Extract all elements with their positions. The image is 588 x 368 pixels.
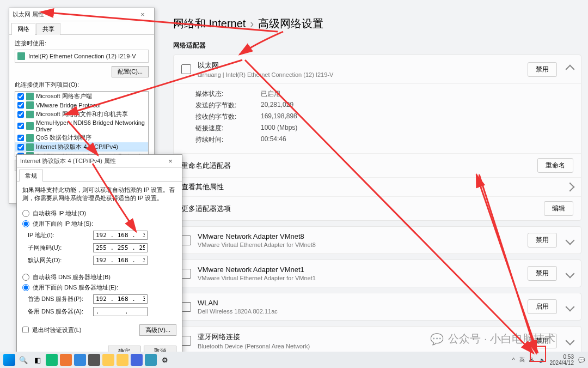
app-icon[interactable] <box>74 354 86 366</box>
ime-icon[interactable]: 英 <box>519 356 525 364</box>
dns1-input[interactable] <box>93 294 148 304</box>
chevron-down-icon <box>566 269 575 278</box>
dialog-title: Internet 协议版本 4 (TCP/IPv4) 属性 <box>20 157 116 165</box>
proto-icon <box>26 93 34 100</box>
notification-icon[interactable]: 💬 <box>578 357 585 363</box>
chevron-down-icon <box>566 236 575 245</box>
tray-chevron-icon[interactable]: ^ <box>512 357 515 363</box>
ip-address-input[interactable] <box>93 231 148 240</box>
gateway-input[interactable] <box>93 256 148 265</box>
adapter-sub: airhuang | Intel(R) Ethernet Connection … <box>198 71 521 78</box>
close-icon[interactable]: × <box>162 157 179 165</box>
ethernet-details: 媒体状态:已启用 发送的字节数:20,281,029 接收的字节数:169,19… <box>174 83 581 153</box>
taskbar: 🔍 ◧ ⚙ ^ 英 🖧 🔈 0:53 2024/4/12 💬 <box>0 352 588 368</box>
breadcrumb-a[interactable]: 网络和 Internet <box>173 16 246 31</box>
proto-icon <box>26 134 34 142</box>
ipv4-properties-dialog: Internet 协议版本 4 (TCP/IPv4) 属性× 常规 如果网络支持… <box>16 154 182 361</box>
adapter-name: 以太网 <box>198 61 521 70</box>
bluetooth-icon <box>181 336 191 346</box>
subnet-mask-input[interactable] <box>93 243 148 252</box>
settings-panel: 网络和 Internet › 高级网络设置 网络适配器 以太网 airhuang… <box>173 16 581 368</box>
taskview-icon[interactable]: ◧ <box>32 354 44 366</box>
chevron-down-icon <box>566 336 575 346</box>
disable-button[interactable]: 禁用 <box>528 266 557 281</box>
tab-sharing[interactable]: 共享 <box>36 23 60 35</box>
card-head[interactable]: 以太网 airhuang | Intel(R) Ethernet Connect… <box>174 55 581 83</box>
rename-row: 重命名此适配器 重命名 <box>174 153 581 177</box>
tab-general[interactable]: 常规 <box>19 170 43 182</box>
radio-manual-dns[interactable] <box>22 284 29 291</box>
disable-button[interactable]: 禁用 <box>528 62 557 77</box>
radio-auto-ip[interactable] <box>22 210 29 217</box>
dns2-input[interactable] <box>93 307 148 316</box>
adapter-card: WLANDell Wireless 1820A 802.11ac启用 <box>173 293 581 321</box>
adapter-card: VMware Network Adapter VMnet8VMware Virt… <box>173 226 581 254</box>
volume-tray-icon[interactable]: 🔈 <box>539 357 546 363</box>
validate-checkbox[interactable] <box>22 327 29 333</box>
edge-icon[interactable] <box>46 354 58 366</box>
system-tray[interactable]: ^ 英 🖧 🔈 0:53 2024/4/12 💬 <box>512 354 585 366</box>
nic-icon <box>17 52 25 60</box>
network-tray-icon[interactable]: 🖧 <box>529 357 535 363</box>
proto-icon <box>26 122 34 130</box>
clock-date: 2024/4/12 <box>550 360 574 366</box>
proto-icon <box>26 111 34 118</box>
app-icon[interactable] <box>60 354 72 366</box>
advanced-button[interactable]: 高级(V)... <box>139 324 176 336</box>
settings-icon[interactable]: ⚙ <box>159 354 171 366</box>
breadcrumb: 网络和 Internet › 高级网络设置 <box>173 16 581 31</box>
adapter-card: VMware Network Adapter VMnet1VMware Virt… <box>173 260 581 287</box>
app-icon[interactable] <box>131 354 143 366</box>
more-options-row: 更多适配器选项 编辑 <box>174 196 581 220</box>
configure-button[interactable]: 配置(C)... <box>112 66 149 77</box>
watermark: 💬 公众号 · 小白电脑技术 <box>430 331 555 346</box>
rename-button[interactable]: 重命名 <box>537 158 573 173</box>
explorer-icon[interactable] <box>102 354 114 366</box>
wifi-icon <box>181 302 191 312</box>
search-icon[interactable]: 🔍 <box>17 354 29 366</box>
chevron-right-icon: › <box>250 17 254 30</box>
start-button[interactable] <box>3 354 15 366</box>
dialog-title: 以太网 属性 <box>13 10 44 19</box>
adapter-ethernet: 以太网 airhuang | Intel(R) Ethernet Connect… <box>173 55 581 221</box>
radio-auto-dns[interactable] <box>22 274 29 281</box>
chevron-up-icon <box>566 65 575 74</box>
network-icon <box>181 236 191 245</box>
app-icon[interactable] <box>88 354 100 366</box>
tab-network[interactable]: 网络 <box>11 23 35 35</box>
edit-button[interactable]: 编辑 <box>544 201 573 216</box>
proto-icon <box>26 143 34 151</box>
wechat-icon: 💬 <box>430 333 444 346</box>
chevron-right-icon <box>566 183 575 192</box>
app-icon[interactable] <box>145 354 157 366</box>
ethernet-icon <box>181 64 191 74</box>
protocol-list[interactable]: Microsoft 网络客户端 VMware Bridge Protocol M… <box>15 91 149 156</box>
chevron-down-icon <box>566 302 575 311</box>
network-icon <box>181 269 191 279</box>
radio-manual-ip[interactable] <box>22 220 29 227</box>
app-icon[interactable] <box>117 354 128 366</box>
proto-icon <box>26 101 34 109</box>
breadcrumb-b: 高级网络设置 <box>258 16 323 31</box>
other-props-row[interactable]: 查看其他属性 <box>174 177 581 196</box>
enable-button[interactable]: 启用 <box>528 299 557 314</box>
clock-time[interactable]: 0:53 <box>550 354 574 360</box>
close-icon[interactable]: × <box>134 10 151 19</box>
disable-button[interactable]: 禁用 <box>528 233 557 248</box>
section-label: 网络适配器 <box>173 41 581 50</box>
